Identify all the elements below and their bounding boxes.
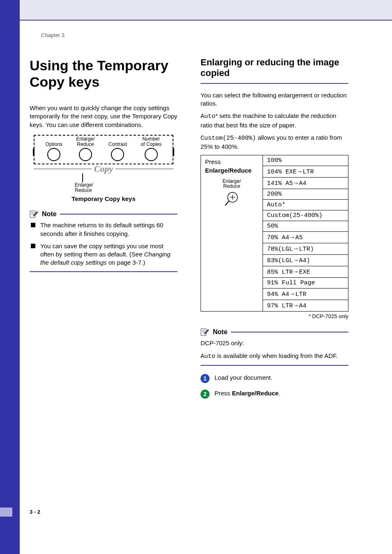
copy-word: Copy — [92, 164, 115, 174]
circle-icon — [145, 148, 158, 161]
note-item: You can save the copy settings you use m… — [30, 242, 178, 267]
right-p1: You can select the following enlargement… — [201, 91, 348, 108]
right-p2-rest: * sets the machine to calculate the redu… — [201, 112, 336, 128]
circle-icon — [111, 148, 124, 161]
note-pencil-icon — [201, 328, 210, 336]
note-label: Note — [213, 328, 228, 336]
circle-icon — [79, 148, 92, 161]
enlarge-reduce-key-label: Enlarge/ Reduce — [205, 179, 258, 189]
step-2: 2 Press Enlarge/Reduce. — [201, 390, 348, 399]
pointer-label: Enlarge/ Reduce — [75, 182, 173, 193]
note-header-right: Note — [201, 328, 348, 336]
heading-rule — [201, 83, 348, 84]
ratio-cell: Auto* — [263, 200, 348, 210]
right-note-line2-rest: is available only when loading from the … — [215, 352, 338, 359]
step-bullet-2: 2 — [201, 390, 210, 399]
num-copies-button-graphic: Number of Copies — [141, 136, 162, 161]
step-1: 1 Load your document. — [201, 374, 348, 383]
note-label: Note — [42, 210, 57, 218]
step-2-prefix: Press — [214, 390, 232, 397]
note-header-left: Note — [30, 210, 178, 218]
ratio-cell: 85% LTR→EXE — [263, 266, 348, 278]
right-note-line2: Auto is available only when loading from… — [201, 352, 348, 361]
right-p3: Custom(25-400%) allows you to enter a ra… — [201, 134, 348, 151]
ratio-cell: 83%(LGL→A4) — [263, 255, 348, 266]
step-2-bold: Enlarge/Reduce — [232, 390, 279, 397]
auto-code-2: Auto — [201, 353, 215, 360]
chapter-label: Chapter 3 — [41, 32, 367, 38]
table-left-bold: Enlarge/Reduce — [205, 167, 251, 174]
ratio-cell: 70% A4→A5 — [263, 232, 348, 243]
auto-code: Auto — [201, 113, 215, 120]
ratio-cell: 91% Full Page — [263, 278, 348, 289]
step-bullet-1: 1 — [201, 374, 210, 383]
enlarge-reduce-button-graphic: Enlarge/ Reduce — [76, 136, 95, 161]
note-item: The machine returns to its default setti… — [30, 221, 178, 238]
ratio-cell: 50% — [263, 221, 348, 232]
options-label: Options — [46, 142, 62, 147]
step-2-suffix: . — [279, 390, 280, 397]
note-end-rule — [201, 365, 348, 366]
note-pencil-icon — [30, 210, 39, 218]
step-2-text: Press Enlarge/Reduce. — [214, 390, 280, 397]
copy-panel-diagram: Options Enlarge/ Reduce Contrast Number … — [34, 135, 173, 202]
top-band-rule — [0, 20, 392, 21]
ratio-cell: 94% A4→LTR — [263, 289, 348, 300]
connector-line — [82, 173, 83, 182]
step-1-text: Load your document. — [214, 374, 272, 381]
section-heading-right: Enlarging or reducing the image copied — [201, 57, 348, 79]
svg-line-5 — [225, 201, 229, 205]
note-end-rule — [30, 271, 178, 272]
options-button-graphic: Options — [46, 142, 62, 162]
magnifier-icon — [224, 191, 240, 207]
table-footnote: * DCP-7025 only — [201, 313, 348, 319]
ratio-cell: 200% — [263, 189, 348, 200]
enlarge-reduce-label: Enlarge/ Reduce — [76, 136, 95, 147]
page-number: 3 - 2 — [30, 509, 40, 515]
circle-icon — [47, 148, 60, 161]
ratio-cell: 78%(LGL→LTR) — [263, 243, 348, 255]
top-band — [0, 0, 392, 20]
enlarge-reduce-key-graphic: Enlarge/ Reduce — [205, 179, 258, 207]
right-p2: Auto* sets the machine to calculate the … — [201, 112, 348, 129]
intro-paragraph: When you want to quickly change the copy… — [30, 104, 178, 129]
right-note-line1: DCP-7025 only: — [201, 339, 348, 347]
copy-divider: Copy — [34, 164, 173, 174]
ratio-cell: 100% — [263, 155, 348, 166]
diagram-caption: Temporary Copy keys — [34, 195, 173, 202]
ratio-cell: 97% LTR→A4 — [263, 300, 348, 312]
contrast-label: Contrast — [108, 142, 127, 147]
left-margin-band — [0, 0, 20, 554]
custom-code: Custom(25-400%) — [201, 135, 256, 142]
note-list: The machine returns to its default setti… — [30, 221, 178, 267]
contrast-button-graphic: Contrast — [108, 142, 127, 162]
table-left-press: Press — [205, 158, 221, 165]
num-copies-label: Number of Copies — [141, 136, 162, 147]
ratio-cell: 104% EXE→LTR — [263, 166, 348, 178]
section-heading-left: Using the Temporary Copy keys — [30, 57, 178, 90]
ratio-table: Press Enlarge/Reduce Enlarge/ Reduce — [201, 155, 348, 312]
left-margin-tab — [0, 508, 12, 517]
ratio-cell: Custom(25-400%) — [263, 210, 348, 221]
ratio-cell: 141% A5→A4 — [263, 178, 348, 189]
